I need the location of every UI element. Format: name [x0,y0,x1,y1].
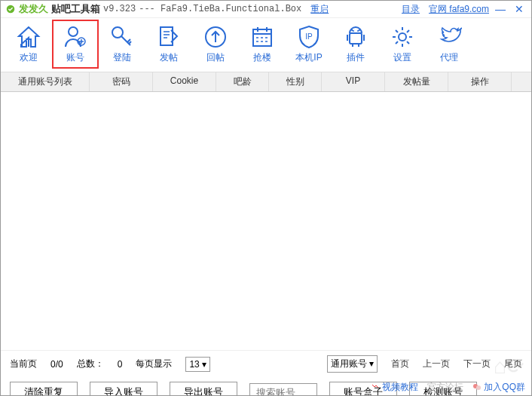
toolbar-label: 代理 [440,51,458,64]
bird-icon [436,24,462,50]
toolbar-label: 登陆 [113,51,131,64]
column-header[interactable]: VIP [322,72,385,91]
app-subtitle: --- FaFa9.TieBa.Functional.Box [139,4,301,14]
import-button[interactable]: 导入账号 [90,382,157,396]
column-header[interactable]: 操作 [448,72,512,91]
android-icon [343,24,368,50]
upload-circle-icon [203,24,228,50]
svg-point-12 [476,385,481,390]
close-button[interactable]: ✕ [512,3,527,15]
forum-link[interactable]: 官方论坛 [427,381,463,394]
svg-point-10 [399,33,406,41]
edit-icon [156,24,182,50]
app-brand: 发发久 [19,2,48,16]
user-plus-icon [63,24,88,50]
column-headers: 通用账号列表密码Cookie吧龄性别VIP发帖量操作 [1,72,531,92]
perpage-select[interactable]: 13 ▾ [185,357,210,372]
page-label: 当前页 [10,358,37,370]
column-header[interactable]: 性别 [269,72,322,91]
toolbar-ip[interactable]: IP本机IP [286,20,332,69]
toolbar-reply[interactable]: 回帖 [192,20,239,69]
toolbar-label: 账号 [66,51,84,64]
restart-link[interactable]: 重启 [310,3,329,16]
total-label: 总数： [77,358,104,370]
account-list [1,92,531,350]
svg-point-9 [357,30,359,32]
column-header[interactable]: Cookie [153,72,216,91]
export-button[interactable]: 导出账号 [170,382,237,396]
column-header[interactable]: 发帖量 [385,72,448,91]
gear-icon [390,24,415,50]
column-header[interactable]: 密码 [90,72,153,91]
ip-shield-icon: IP [296,24,322,50]
svg-point-1 [69,27,78,36]
svg-point-3 [112,27,123,38]
calendar-icon [249,24,275,50]
footer-links: 视频教程 官方论坛 加入QQ群 [371,381,525,394]
toolbar-account[interactable]: 账号 [52,20,99,69]
filter-select[interactable]: 通用账号 ▾ [327,355,378,373]
home-icon [16,24,41,50]
toolbar-label: 回帖 [206,51,225,64]
toolbar-label: 发帖 [160,51,178,64]
qq-group-link[interactable]: 加入QQ群 [472,381,525,394]
toolbar-snatch[interactable]: 抢楼 [239,20,286,69]
toolbar-label: 抢楼 [253,51,271,64]
last-page-button[interactable]: 尾页 [504,358,522,370]
total-value: 0 [118,359,123,370]
dedupe-button[interactable]: 清除重复 [10,382,78,396]
titlebar: 发发久 贴吧工具箱 v9.323 --- FaFa9.TieBa.Functio… [1,1,531,18]
video-tutorial-link[interactable]: 视频教程 [371,381,418,394]
toolbar-plugin[interactable]: 插件 [332,20,379,69]
column-header[interactable]: 吧龄 [216,72,269,91]
next-page-button[interactable]: 下一页 [463,358,491,370]
app-logo-icon [5,4,16,14]
first-page-button[interactable]: 首页 [391,358,409,370]
toolbar-label: 插件 [347,51,365,64]
toolbar-settings[interactable]: 设置 [379,20,426,69]
column-header[interactable]: 通用账号列表 [1,72,90,91]
page-value: 0/0 [50,359,63,370]
svg-rect-7 [350,33,362,44]
minimize-button[interactable]: — [492,3,509,15]
toolbar-label: 设置 [393,51,411,64]
catalog-link[interactable]: 目录 [402,3,420,16]
toolbar-proxy[interactable]: 代理 [426,20,472,69]
toolbar-welcome[interactable]: 欢迎 [5,20,52,69]
key-icon [109,24,135,50]
prev-page-button[interactable]: 上一页 [423,358,450,370]
app-title: 贴吧工具箱 [51,2,100,16]
toolbar-label: 欢迎 [20,51,38,64]
svg-text:IP: IP [305,32,313,41]
svg-point-8 [353,30,354,32]
search-input[interactable] [249,383,317,397]
toolbar-label: 本机IP [295,51,322,64]
perpage-label: 每页显示 [136,358,172,370]
toolbar-post[interactable]: 发帖 [145,20,192,69]
official-site-link[interactable]: 官网 fafa9.com [429,3,489,16]
app-version: v9.323 [103,4,136,14]
toolbar-login[interactable]: 登陆 [99,20,145,69]
main-toolbar: 欢迎账号登陆发帖回帖抢楼IP本机IP插件设置代理 [1,18,531,72]
status-bar: 当前页 0/0 总数： 0 每页显示 13 ▾ 通用账号 ▾ 首页 上一页 下一… [1,350,531,377]
